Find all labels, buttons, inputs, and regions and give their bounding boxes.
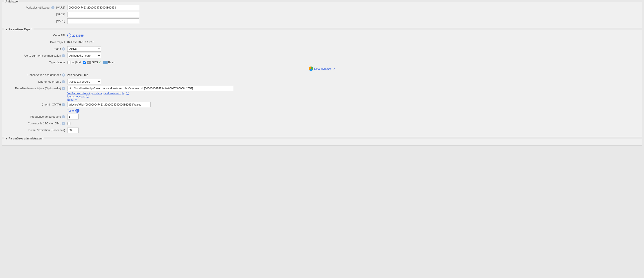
- frequence-control: [67, 114, 640, 120]
- admin-section: ▼ Paramètres administrateur: [2, 139, 642, 145]
- convertir-control: [67, 122, 640, 125]
- statut-help-icon[interactable]: ?: [62, 47, 65, 50]
- editer-link[interactable]: Editer ✏: [67, 98, 77, 101]
- xpath-help-icon[interactable]: ?: [62, 103, 65, 106]
- admin-toggle-icon[interactable]: ▼: [6, 138, 8, 140]
- affichage-title: Affichage: [4, 0, 19, 3]
- ignorer-select[interactable]: Jusqu'à 3 erreurs Jamais Toujours: [67, 79, 101, 84]
- lier-link[interactable]: Lier à nouveau ↻: [67, 95, 89, 98]
- documentation-link[interactable]: Documentation ↗: [309, 66, 335, 71]
- alerte-comm-control: Au bout d'1 heure Au bout de 2 heures Ja…: [67, 53, 640, 58]
- delai-control: [67, 128, 640, 133]
- alerte-comm-help-icon[interactable]: ?: [62, 54, 65, 57]
- links-row: Vérifier les mises à jour de legrand_net…: [2, 92, 642, 101]
- push-label: Push: [108, 61, 114, 64]
- frequence-input[interactable]: [67, 114, 78, 120]
- delai-row: Délai d'expiration (Secondes): [2, 127, 642, 134]
- affichage-section: Affichage Variables utilisateur ? [VAR1]…: [2, 2, 642, 28]
- convertir-help-icon[interactable]: ?: [62, 122, 65, 125]
- delai-label: Délai d'expiration (Secondes): [4, 129, 67, 132]
- var3-control: [67, 18, 640, 24]
- tester-link[interactable]: Tester ▶: [67, 109, 80, 113]
- requete-control: [67, 86, 640, 91]
- expert-toggle-icon[interactable]: ▲: [6, 28, 8, 31]
- statut-control: Activé Désactivé: [67, 46, 640, 52]
- sms-checkbox[interactable]: [83, 61, 86, 64]
- convertir-row: Convertir le JSON en XML ?: [2, 120, 642, 127]
- type-alerte-label: Type d'alerte: [4, 61, 67, 64]
- delai-input[interactable]: [67, 128, 78, 133]
- alerte-comm-select[interactable]: Au bout d'1 heure Au bout de 2 heures Ja…: [67, 53, 101, 58]
- code-api-row: Code API ↻ 2253655: [2, 32, 642, 39]
- ignorer-control: Jusqu'à 3 erreurs Jamais Toujours: [67, 79, 640, 84]
- ignorer-help-icon[interactable]: ?: [62, 80, 65, 83]
- var1-control: [67, 5, 640, 10]
- mail-icon: ✉: [71, 61, 76, 64]
- var2-input[interactable]: [67, 12, 139, 17]
- alerte-comm-row: Alerte sur non communication ? Au bout d…: [2, 52, 642, 59]
- frequence-help-icon[interactable]: ?: [62, 115, 65, 118]
- xpath-label: Chemin XPATH ?: [4, 103, 67, 106]
- push-icon: >>: [103, 61, 108, 64]
- var2-label: [VAR2]: [4, 13, 67, 16]
- xpath-input[interactable]: [67, 102, 150, 107]
- mail-checkbox[interactable]: [67, 61, 70, 64]
- conservation-row: Conservation des données ? 24h service F…: [2, 72, 642, 78]
- ignorer-row: Ignorer les erreurs ? Jusqu'à 3 erreurs …: [2, 78, 642, 85]
- alerte-comm-label: Alerte sur non communication ?: [4, 54, 67, 57]
- var1-row: Variables utilisateur ? [VAR1]: [2, 4, 642, 11]
- verifier-refresh-icon: ↻: [126, 92, 129, 95]
- statut-select[interactable]: Activé Désactivé: [67, 46, 101, 52]
- conservation-help-icon[interactable]: ?: [62, 73, 65, 77]
- admin-title: ▼ Paramètres administrateur: [4, 137, 44, 140]
- requete-row: Requête de mise à jour (Optionnelle) ?: [2, 85, 642, 92]
- type-alerte-control: ✉ Mail sms SMS ✔ >> Push: [67, 61, 640, 64]
- requete-input[interactable]: [67, 86, 234, 91]
- date-ajout-value: 04 Févr 2021 à 17:15: [67, 41, 94, 44]
- var1-input[interactable]: [67, 5, 139, 10]
- conservation-control: 24h service Free: [67, 73, 640, 77]
- date-ajout-row: Date d'ajout 04 Févr 2021 à 17:15: [2, 39, 642, 46]
- xpath-control: [67, 102, 640, 107]
- requete-help-icon[interactable]: ?: [62, 87, 65, 90]
- date-ajout-label: Date d'ajout: [4, 41, 67, 44]
- code-api-label: Code API: [4, 34, 67, 37]
- convertir-checkbox[interactable]: [67, 122, 70, 125]
- frequence-label: Fréquence de la requête ?: [4, 115, 67, 118]
- statut-label: Statut ?: [4, 47, 67, 50]
- var2-control: [67, 12, 640, 17]
- sms-label: SMS: [92, 61, 98, 64]
- conservation-label: Conservation des données ?: [4, 73, 67, 77]
- documentation-row: Documentation ↗: [2, 66, 642, 72]
- statut-row: Statut ? Activé Désactivé: [2, 46, 642, 52]
- tester-row: Tester ▶: [2, 108, 642, 113]
- api-refresh-icon[interactable]: ↻: [67, 33, 71, 37]
- api-code-display: ↻ 2253655: [67, 33, 84, 37]
- frequence-row: Fréquence de la requête ?: [2, 113, 642, 120]
- type-alerte-row: Type d'alerte ✉ Mail sms SMS ✔ >> Push: [2, 59, 642, 66]
- sms-item: sms SMS ✔: [83, 61, 101, 64]
- expert-section: ▲ Paramètres Expert Code API ↻ 2253655 D…: [2, 30, 642, 137]
- tester-button-icon[interactable]: ▶: [76, 109, 80, 113]
- var3-label: [VAR3]: [4, 19, 67, 23]
- variables-help-icon[interactable]: ?: [51, 6, 54, 9]
- convertir-label: Convertir le JSON en XML ?: [4, 122, 67, 125]
- external-link-icon: ↗: [333, 67, 335, 70]
- expert-title: ▲ Paramètres Expert: [4, 28, 34, 31]
- editer-pencil-icon: ✏: [75, 98, 77, 101]
- push-item: >> Push: [103, 61, 114, 64]
- sms-icon: sms: [87, 61, 91, 64]
- mail-item: ✉ Mail: [67, 61, 81, 64]
- date-ajout-control: 04 Févr 2021 à 17:15: [67, 41, 640, 44]
- mail-label: Mail: [76, 61, 81, 64]
- var3-row: [VAR3]: [2, 18, 642, 24]
- ignorer-label: Ignorer les erreurs ?: [4, 80, 67, 83]
- requete-label: Requête de mise à jour (Optionnelle) ?: [4, 87, 67, 90]
- xpath-row: Chemin XPATH ?: [2, 101, 642, 108]
- var3-input[interactable]: [67, 18, 139, 24]
- doc-icon: [309, 66, 313, 71]
- conservation-value: 24h service Free: [67, 73, 88, 77]
- verifier-link[interactable]: Vérifier les mises à jour de legrand_net…: [67, 92, 129, 95]
- var2-row: [VAR2]: [2, 11, 642, 18]
- code-api-control: ↻ 2253655: [67, 33, 640, 37]
